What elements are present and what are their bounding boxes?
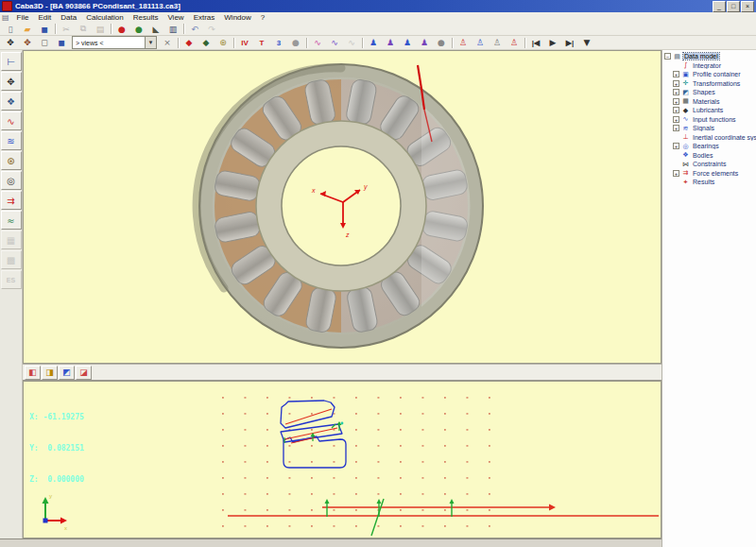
calc-stop-button[interactable]: ● — [113, 22, 130, 36]
show-sphere-button[interactable]: ● — [287, 36, 304, 50]
new-file-button[interactable]: ▯ — [2, 22, 19, 36]
chart-purple-button[interactable]: ∿ — [326, 36, 343, 50]
tree-item-bodies[interactable]: ❖Bodies — [662, 151, 756, 161]
body-view-7-button[interactable]: ♙ — [489, 36, 506, 50]
tree-item-lubricants[interactable]: +◆Lubricants — [662, 106, 756, 115]
expand-box-icon[interactable]: + — [673, 98, 679, 105]
results-table-button[interactable]: ▥ — [164, 22, 181, 36]
chart-tool-button[interactable]: ∿ — [1, 111, 22, 130]
tree-item-integrator[interactable]: ∫Integrator — [662, 61, 756, 71]
plot-button[interactable]: ◣ — [147, 22, 164, 36]
signal-tool-button[interactable]: ≋ — [1, 131, 22, 150]
force-tool-button[interactable]: ⇉ — [1, 191, 22, 210]
rotate-view-button[interactable]: ✥ — [2, 36, 19, 50]
reset-view-button[interactable]: ◪ — [76, 366, 92, 380]
expand-box-icon[interactable]: + — [673, 170, 679, 177]
calc-run-button[interactable]: ● — [130, 22, 147, 36]
cut-button[interactable]: ✂ — [58, 22, 75, 36]
minimize-button[interactable]: _ — [713, 1, 726, 12]
bearing-tool-button[interactable]: ◎ — [1, 171, 22, 190]
body-view-3-button[interactable]: ♟ — [399, 36, 416, 50]
menu-extras[interactable]: Extras — [189, 13, 220, 22]
menu--[interactable]: ? — [256, 13, 269, 22]
tree-item-profile-container[interactable]: +▣Profile container — [662, 70, 756, 79]
solid-tool-button[interactable]: ▦ — [1, 231, 22, 249]
es-tool-button[interactable]: ES — [1, 270, 22, 289]
menu-file[interactable]: File — [12, 13, 34, 22]
menu-view[interactable]: View — [163, 13, 188, 22]
undo-button[interactable]: ↶ — [186, 22, 203, 36]
show-forces-button[interactable]: ◆ — [180, 36, 198, 50]
maximize-button[interactable]: □ — [727, 1, 740, 12]
tree-item-bearings[interactable]: +◎Bearings — [662, 142, 756, 151]
menu-calculation[interactable]: Calculation — [81, 13, 129, 22]
expand-box-icon[interactable]: + — [673, 80, 679, 87]
measure-tool-button[interactable]: ⊢ — [1, 52, 22, 71]
menu-data[interactable]: Data — [56, 13, 81, 22]
zoom-window-button[interactable]: ◻ — [36, 36, 53, 50]
redo-button[interactable]: ↷ — [203, 22, 220, 36]
tree-item-shapes[interactable]: +◩Shapes — [662, 88, 756, 97]
show-iv-button[interactable]: IV — [236, 36, 253, 50]
tree-item-signals[interactable]: +≋Signals — [662, 124, 756, 133]
body-view-2-button[interactable]: ♟ — [382, 36, 399, 50]
paste-button[interactable]: ▤ — [92, 22, 109, 36]
view-selector-combo[interactable]: > views < ▼ — [72, 36, 157, 49]
last-step-button[interactable]: ▶| — [561, 36, 578, 50]
tree-item-transformations[interactable]: +✛Transformations — [662, 79, 756, 89]
expand-box-icon[interactable]: + — [673, 89, 679, 95]
show-contacts-button[interactable]: ◆ — [198, 36, 215, 50]
app-icon — [2, 1, 12, 11]
collapse-box-icon[interactable]: − — [664, 53, 671, 60]
step-down-button[interactable]: ▼ — [578, 36, 595, 50]
tree-item-force-elements[interactable]: +⇉Force elements — [662, 169, 756, 179]
chevron-down-icon[interactable]: ▼ — [145, 37, 156, 48]
chart-pink-button[interactable]: ∿ — [309, 36, 326, 50]
integrator-icon: ∫ — [681, 61, 690, 69]
3d-viewport[interactable]: x y z — [23, 50, 662, 364]
expand-box-icon[interactable]: + — [673, 107, 679, 113]
tree-item-materials[interactable]: +▦Materials — [662, 97, 756, 107]
transform-tool-button[interactable]: ✥ — [1, 72, 22, 91]
sphere-view-button[interactable]: ● — [433, 36, 450, 50]
show-cage-button[interactable]: ⊛ — [215, 36, 232, 50]
tree-item-inertial-coordinate-system[interactable]: ⊥Inertial coordinate system — [662, 133, 756, 143]
tree-item-constraints[interactable]: ⋈Constraints — [662, 160, 756, 169]
body-view-6-button[interactable]: ♙ — [472, 36, 489, 50]
show-3-button[interactable]: 3 — [270, 36, 287, 50]
2d-profile-viewport[interactable]: X: -61.19275 Y: 0.082151 Z: 0.000000 — [23, 381, 662, 538]
body-view-4-button[interactable]: ♟ — [416, 36, 433, 50]
body-view-1-button[interactable]: ♟ — [365, 36, 382, 50]
zoom-out-button[interactable]: ◩ — [59, 366, 75, 380]
expand-box-icon[interactable]: + — [673, 125, 679, 131]
zoom-in-button[interactable]: ◨ — [42, 366, 58, 380]
open-file-button[interactable]: ▰ — [19, 22, 36, 36]
expand-box-icon[interactable]: + — [673, 143, 679, 149]
mesh-tool-button[interactable]: ▩ — [1, 250, 22, 269]
tree-item-input-functions[interactable]: +∿Input functions — [662, 115, 756, 125]
expand-box-icon[interactable]: + — [673, 71, 679, 77]
menu-edit[interactable]: Edit — [33, 13, 56, 22]
shape-tool-button[interactable]: ❖ — [1, 92, 22, 111]
body-view-8-button[interactable]: ♙ — [506, 36, 523, 50]
pan-view-button[interactable]: ✥ — [19, 36, 36, 50]
first-step-button[interactable]: |◀ — [527, 36, 544, 50]
curve-tool-button[interactable]: ≈ — [1, 211, 22, 230]
constraints-icon: ⋈ — [681, 161, 690, 168]
close-button[interactable]: × — [741, 1, 754, 12]
copy-button[interactable]: ⧉ — [75, 22, 92, 36]
show-t-button[interactable]: T — [253, 36, 270, 50]
menu-results[interactable]: Results — [129, 13, 163, 22]
expand-box-icon[interactable]: + — [673, 116, 679, 123]
play-button[interactable]: ▶ — [544, 36, 561, 50]
gear-tool-button[interactable]: ⊛ — [1, 151, 22, 170]
fit-view-button[interactable]: ◧ — [25, 366, 41, 380]
delete-view-button[interactable]: × — [159, 36, 176, 50]
chart-gray-button[interactable]: ∿ — [343, 36, 360, 50]
save-view-button[interactable]: ◼ — [53, 36, 70, 50]
tree-item-data-model[interactable]: −▤Data model — [662, 52, 756, 61]
menu-window[interactable]: Window — [219, 13, 255, 22]
save-file-button[interactable]: ◼ — [36, 22, 53, 36]
tree-item-results[interactable]: ✦Results — [662, 178, 756, 187]
body-view-5-button[interactable]: ♙ — [455, 36, 472, 50]
